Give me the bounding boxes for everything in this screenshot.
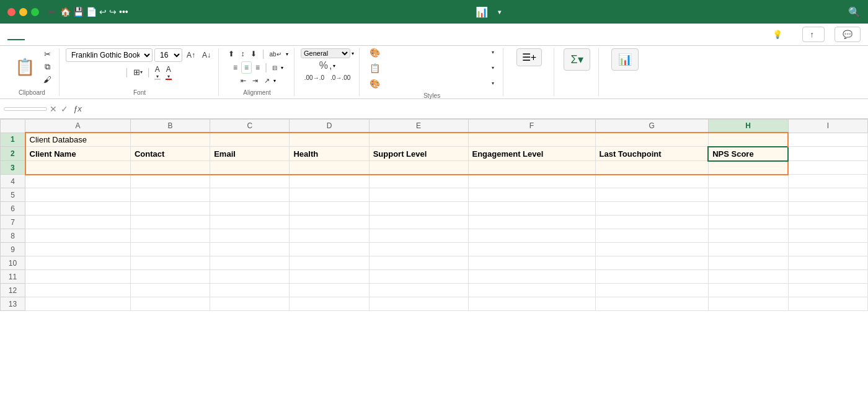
cell[interactable] [290, 229, 369, 243]
conditional-formatting-button[interactable]: 🎨 ▾ [366, 46, 498, 59]
cell[interactable] [788, 256, 867, 270]
cell[interactable] [290, 202, 369, 216]
cell[interactable] [468, 161, 595, 175]
cs-dropdown[interactable]: ▾ [492, 81, 494, 86]
cell[interactable] [210, 161, 290, 175]
cell[interactable] [130, 297, 210, 311]
cell[interactable] [595, 216, 708, 229]
cell[interactable] [369, 161, 468, 175]
cell[interactable] [369, 202, 468, 216]
cell[interactable] [25, 216, 131, 229]
cell[interactable] [708, 175, 788, 188]
cell[interactable] [595, 297, 708, 311]
cell[interactable] [468, 297, 595, 311]
cell[interactable] [130, 229, 210, 243]
cell[interactable] [595, 243, 708, 256]
cell[interactable] [468, 133, 595, 147]
wrap-dropdown[interactable]: ▾ [286, 51, 288, 57]
cell[interactable] [130, 256, 210, 270]
cell[interactable] [210, 175, 290, 188]
cell[interactable] [210, 256, 290, 270]
font-decrease-button[interactable]: A↓ [200, 50, 213, 61]
cell[interactable] [595, 284, 708, 297]
col-header-h[interactable]: H [708, 120, 788, 133]
cell[interactable] [210, 270, 290, 284]
align-center-button[interactable]: ≡ [241, 61, 252, 74]
font-name-select[interactable]: Franklin Gothic Book [66, 48, 153, 62]
cell[interactable] [210, 188, 290, 202]
cell[interactable] [708, 216, 788, 229]
align-right-button[interactable]: ≡ [253, 62, 262, 73]
bold-button[interactable] [105, 71, 110, 74]
cell[interactable] [595, 270, 708, 284]
cell[interactable] [369, 133, 468, 147]
cell[interactable] [788, 216, 867, 229]
cell[interactable]: Client Database [25, 133, 131, 147]
cell[interactable] [130, 270, 210, 284]
merge-dropdown[interactable]: ▾ [281, 65, 283, 71]
cell[interactable] [130, 284, 210, 297]
cell[interactable]: Last Touchpoint [595, 147, 708, 161]
cell[interactable] [130, 161, 210, 175]
cf-dropdown[interactable]: ▾ [492, 50, 494, 55]
format-painter-button[interactable]: 🖌 [41, 74, 54, 85]
cell[interactable] [130, 188, 210, 202]
cell[interactable] [369, 216, 468, 229]
cell[interactable] [708, 284, 788, 297]
format-as-table-button[interactable]: 📋 ▾ [366, 61, 498, 75]
cell[interactable] [210, 284, 290, 297]
cell[interactable] [369, 297, 468, 311]
savealt-icon[interactable]: 📄 [86, 7, 97, 17]
cell[interactable] [788, 188, 867, 202]
wrap-text-button[interactable]: ab↵ [267, 50, 284, 59]
cell[interactable] [369, 256, 468, 270]
cancel-formula-button[interactable]: ✕ [50, 104, 57, 114]
cell[interactable] [25, 270, 131, 284]
cell-styles-button[interactable]: 🎨 ▾ [366, 77, 498, 90]
align-top-button[interactable]: ⬆ [226, 48, 237, 59]
cell[interactable] [788, 243, 867, 256]
cell[interactable] [468, 202, 595, 216]
cell[interactable]: Engagement Level [468, 147, 595, 161]
cell[interactable] [708, 161, 788, 175]
col-header-d[interactable]: D [290, 120, 369, 133]
tab-page-layout[interactable] [60, 29, 77, 40]
col-header-g[interactable]: G [595, 120, 708, 133]
copy-button[interactable]: ⧉ [41, 61, 54, 73]
redo-icon[interactable]: ↪ [109, 7, 117, 17]
tab-view[interactable] [129, 29, 146, 40]
cell[interactable] [708, 256, 788, 270]
cell[interactable] [788, 133, 867, 147]
cell[interactable] [468, 188, 595, 202]
cell[interactable] [708, 297, 788, 311]
align-middle-button[interactable]: ↕ [238, 48, 247, 59]
col-header-c[interactable]: C [210, 120, 290, 133]
maximize-button[interactable] [31, 8, 39, 16]
italic-button[interactable] [112, 71, 117, 74]
orientation-button[interactable]: ↗ [262, 76, 272, 86]
cell[interactable] [290, 256, 369, 270]
cell[interactable] [788, 202, 867, 216]
analyze-button[interactable]: 📊 [611, 48, 639, 72]
cell[interactable] [369, 243, 468, 256]
cell[interactable]: Client Name [25, 147, 131, 161]
col-header-f[interactable]: F [468, 120, 595, 133]
decrease-decimal-button[interactable]: .00→.0 [302, 73, 327, 82]
number-format-select[interactable]: General [301, 48, 350, 58]
cell[interactable] [788, 229, 867, 243]
cell[interactable] [708, 270, 788, 284]
cell[interactable]: Contact [130, 147, 210, 161]
cell[interactable] [290, 270, 369, 284]
cell[interactable] [130, 216, 210, 229]
cell[interactable] [130, 133, 210, 147]
col-header-b[interactable]: B [130, 120, 210, 133]
align-bottom-button[interactable]: ⬇ [248, 48, 259, 59]
cell[interactable] [290, 297, 369, 311]
cell[interactable] [290, 188, 369, 202]
cell[interactable] [595, 161, 708, 175]
cell[interactable] [595, 229, 708, 243]
cell[interactable] [290, 133, 369, 147]
cell[interactable]: Email [210, 147, 290, 161]
cell[interactable] [210, 133, 290, 147]
cell[interactable] [788, 297, 867, 311]
